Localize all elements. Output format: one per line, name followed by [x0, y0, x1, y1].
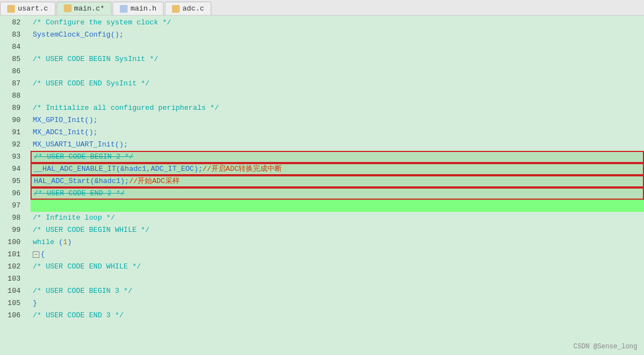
line-number-104: 104 [0, 285, 25, 297]
comment-text: /* Configure the system clock */ [33, 17, 171, 29]
tab-label-usart-c: usart.c [18, 4, 48, 13]
code-line-92: MX_USART1_UART_Init(); [31, 139, 644, 151]
code-line-97 [31, 200, 644, 212]
code-line-90: MX_GPIO_Init(); [31, 114, 644, 126]
comment-text: /* USER CODE BEGIN 3 */ [33, 285, 132, 297]
line-number-97: 97 [0, 200, 25, 212]
code-line-89: /* Initialize all configured peripherals… [31, 102, 644, 114]
line-number-82: 82 [0, 17, 25, 29]
code-line-86 [31, 65, 644, 78]
tab-label-adc-c: adc.c [182, 4, 204, 13]
code-line-100: while (1) [31, 236, 644, 248]
line-number-89: 89 [0, 102, 25, 114]
line-number-87: 87 [0, 78, 25, 90]
tab-label-main-c: main.c* [74, 4, 105, 13]
tab-label-main-h: main.h [130, 4, 156, 13]
line-number-100: 100 [0, 236, 25, 248]
code-line-102: /* USER CODE END WHILE */ [31, 261, 644, 273]
code-line-98: /* Infinite loop */ [31, 212, 644, 224]
code-line-93: /* USER CODE BEGIN 2 */ [31, 151, 644, 163]
code-line-96: /* USER CODE END 2 */ [31, 187, 644, 200]
line-number-101: 101 [0, 248, 25, 261]
comment-chinese: //开始ADC采样 [129, 175, 180, 187]
code-line-88 [31, 90, 644, 102]
line-number-96: 96 [0, 187, 25, 200]
usercode-end-text: /* USER CODE END 2 */ [34, 187, 125, 200]
usercode-begin-text: /* USER CODE BEGIN 2 */ [34, 151, 133, 163]
code-line-99: /* USER CODE BEGIN WHILE */ [31, 224, 644, 236]
line-number-92: 92 [0, 139, 25, 151]
comment-text: /* USER CODE END SysInit */ [33, 78, 150, 90]
code-text: HAL_ADC_Start(&hadc1); [34, 175, 129, 187]
code-content[interactable]: /* Configure the system clock */ SystemC… [31, 16, 644, 355]
code-line-85: /* USER CODE BEGIN SysInit */ [31, 53, 644, 65]
line-number-88: 88 [0, 90, 25, 102]
comment-text: /* USER CODE BEGIN SysInit */ [33, 53, 158, 65]
comment-partial-text: /* USER CODE END 3 */ [33, 310, 124, 322]
tab-icon-usart-c [7, 5, 15, 13]
comment-text: /* USER CODE BEGIN WHILE */ [33, 224, 150, 236]
code-line-82: /* Configure the system clock */ [31, 17, 644, 29]
code-line-95: HAL_ADC_Start(&hadc1);//开始ADC采样 [31, 175, 644, 187]
code-line-106: /* USER CODE END 3 */ [31, 310, 644, 322]
code-text: __HAL_ADC_ENABLE_IT(&hadc1,ADC_IT_EOC); [34, 163, 202, 175]
code-line-83: SystemClock_Config(); [31, 29, 644, 41]
tab-usart-c[interactable]: usart.c [0, 2, 55, 15]
tab-bar: usart.c main.c* main.h adc.c [0, 0, 644, 16]
line-number-86: 86 [0, 65, 25, 78]
comment-text: /* Initialize all configured peripherals… [33, 102, 219, 114]
comment-text: /* USER CODE END WHILE */ [33, 261, 141, 273]
line-numbers: 8283848586878889909192939495969798991001… [0, 16, 31, 355]
line-number-106: 106 [0, 310, 25, 322]
code-line-91: MX_ADC1_Init(); [31, 126, 644, 139]
line-number-90: 90 [0, 114, 25, 126]
tab-icon-main-h [120, 5, 128, 13]
expand-icon[interactable]: - [33, 251, 39, 258]
tab-adc-c[interactable]: adc.c [165, 2, 211, 15]
tab-icon-main-c [64, 4, 72, 12]
code-line-94: __HAL_ADC_ENABLE_IT(&hadc1,ADC_IT_EOC);/… [31, 163, 644, 175]
code-editor: 8283848586878889909192939495969798991001… [0, 16, 644, 355]
code-line-101: -{ [31, 248, 644, 261]
comment-chinese: //开启ADC转换完成中断 [202, 163, 282, 175]
comment-text: /* Infinite loop */ [33, 212, 115, 224]
line-number-91: 91 [0, 126, 25, 139]
tab-main-c[interactable]: main.c* [57, 2, 112, 15]
code-line-104: /* USER CODE BEGIN 3 */ [31, 285, 644, 297]
normal-text: MX_USART1_UART_Init(); [33, 139, 128, 151]
line-number-99: 99 [0, 224, 25, 236]
line-number-85: 85 [0, 53, 25, 65]
tab-icon-adc-c [172, 5, 180, 13]
line-number-84: 84 [0, 41, 25, 53]
line-number-102: 102 [0, 261, 25, 273]
line-number-94: 94 [0, 163, 25, 175]
line-number-83: 83 [0, 29, 25, 41]
normal-text: MX_ADC1_Init(); [33, 126, 98, 139]
line-number-98: 98 [0, 212, 25, 224]
brace-text: { [40, 248, 45, 261]
line-number-103: 103 [0, 273, 25, 285]
normal-text: SystemClock_Config(); [33, 29, 124, 41]
normal-text: MX_GPIO_Init(); [33, 114, 98, 126]
code-line-105: } [31, 297, 644, 310]
code-line-87: /* USER CODE END SysInit */ [31, 78, 644, 90]
line-number-93: 93 [0, 151, 25, 163]
code-line-84 [31, 41, 644, 53]
line-number-95: 95 [0, 175, 25, 187]
line-number-105: 105 [0, 297, 25, 310]
while-text: while (1) [33, 236, 72, 248]
normal-text: } [33, 297, 37, 310]
watermark: CSDN @Sense_long [574, 343, 637, 351]
tab-main-h[interactable]: main.h [113, 2, 164, 15]
code-line-103 [31, 273, 644, 285]
